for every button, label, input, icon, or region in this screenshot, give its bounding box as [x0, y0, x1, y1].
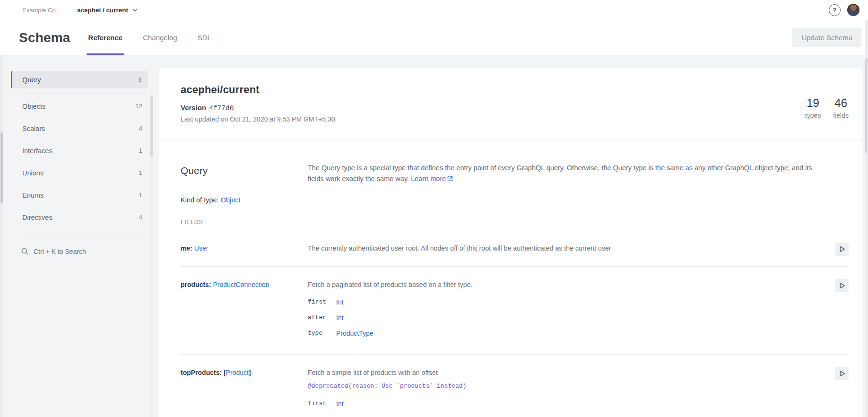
sidebar-search[interactable]: Ctrl + K to Search: [3, 242, 150, 261]
sidebar-item-count: 1: [139, 191, 142, 199]
field-name: topProducts:: [181, 369, 224, 376]
field-details: Fetch a simple list of products with an …: [308, 368, 849, 411]
graph-selector-dropdown[interactable]: acephei / current: [77, 7, 138, 14]
run-in-explorer-button[interactable]: [835, 243, 849, 256]
chevron-down-icon: [132, 9, 138, 12]
sidebar-item-label: Objects: [22, 103, 45, 110]
sidebar-scrollbar-thumb[interactable]: [150, 96, 153, 157]
schema-stats: 19 types 46 fields: [805, 97, 849, 119]
type-description: The Query type is a special type that de…: [308, 163, 828, 184]
run-in-explorer-button[interactable]: [835, 367, 849, 380]
type-description-text: The Query type is a special type that de…: [308, 164, 812, 182]
sidebar-item-query[interactable]: Query 3: [11, 71, 148, 88]
field-type-link[interactable]: ProductConnection: [213, 281, 269, 288]
sidebar-item-interfaces[interactable]: Interfaces 1: [3, 139, 150, 162]
field-type-link[interactable]: User: [194, 244, 208, 252]
top-bar: Example Co.: acephei / current ?: [0, 0, 868, 20]
sidebar-item-label: Scalars: [22, 125, 45, 132]
sidebar-divider: [22, 236, 146, 236]
last-updated: Last updated on Oct 21, 2020 at 9:53 PM …: [181, 115, 849, 123]
type-section: Query The Query type is a special type t…: [159, 139, 862, 417]
fields-section-label: FIELDS: [181, 219, 849, 226]
field-description: Fetch a simple list of products with an …: [308, 368, 804, 377]
play-icon: [839, 246, 845, 252]
sidebar-item-label: Enums: [22, 191, 43, 199]
tab-sdl[interactable]: SDL: [196, 20, 213, 55]
argument-row-first: first Int: [308, 396, 816, 411]
sidebar-item-count: 1: [139, 147, 142, 154]
kind-of-type: Kind of type: Object: [181, 196, 849, 204]
avatar[interactable]: [847, 4, 859, 16]
right-scrollbar-track[interactable]: [865, 20, 868, 417]
org-label: Example Co.:: [22, 7, 59, 14]
sidebar-item-objects[interactable]: Objects 12: [3, 95, 150, 117]
field-details: Fetch a paginated list of products based…: [308, 280, 849, 341]
sidebar-scrollbar-track[interactable]: [150, 90, 153, 417]
graph-selector-label: acephei / current: [77, 7, 128, 14]
stat-fields: 46 fields: [833, 97, 849, 119]
field-args: first Int: [308, 396, 816, 411]
learn-more-link[interactable]: Learn more: [411, 175, 446, 182]
search-hint: Ctrl + K to Search: [34, 248, 86, 255]
stat-types: 19 types: [805, 97, 821, 119]
field-deprecated-directive: @deprecated(reason: Use `products` inste…: [308, 382, 816, 391]
help-icon[interactable]: ?: [829, 4, 841, 16]
kind-value-link[interactable]: Object: [221, 196, 241, 204]
version-hash: 4f77d0: [209, 104, 234, 112]
external-link-icon: [447, 176, 453, 182]
field-row-topproducts: topProducts: [Product] Fetch a simple li…: [181, 355, 849, 417]
field-signature: products: ProductConnection: [181, 280, 308, 341]
version-line: Version4f77d0: [181, 104, 849, 112]
run-in-explorer-button[interactable]: [835, 279, 849, 292]
stat-value: 19: [805, 97, 821, 109]
stat-value: 46: [833, 97, 849, 109]
sidebar-item-enums[interactable]: Enums 1: [3, 184, 150, 206]
argument-type-link[interactable]: Int: [336, 314, 344, 321]
field-args: first Int after Int type ProductType: [308, 294, 816, 341]
search-icon: [21, 248, 29, 255]
field-description: The currently authenticated user root. A…: [308, 243, 804, 253]
field-type-link[interactable]: Product: [226, 369, 249, 376]
sidebar-item-directives[interactable]: Directives 4: [3, 206, 150, 228]
left-scrollbar-track[interactable]: [0, 55, 3, 417]
field-signature: topProducts: [Product]: [181, 368, 308, 411]
sidebar-item-label: Directives: [22, 214, 52, 221]
field-description: Fetch a paginated list of products based…: [308, 280, 804, 289]
argument-type-link[interactable]: Int: [336, 298, 344, 306]
tab-bar: ReferenceChangelogSDL: [87, 20, 230, 55]
sidebar-item-count: 4: [139, 214, 142, 221]
argument-name: first: [308, 298, 336, 305]
argument-type-link[interactable]: ProductType: [336, 330, 373, 337]
left-scrollbar-thumb[interactable]: [0, 132, 3, 203]
argument-row-first: first Int: [308, 294, 816, 310]
update-schema-button[interactable]: Update Schema: [792, 28, 861, 47]
page-header: Schema ReferenceChangelogSDL Update Sche…: [0, 20, 868, 55]
sidebar-item-count: 12: [135, 103, 142, 110]
page-title: Schema: [19, 30, 70, 45]
stat-label: types: [805, 112, 821, 119]
tab-reference[interactable]: Reference: [87, 20, 125, 55]
tab-changelog[interactable]: Changelog: [141, 20, 179, 55]
sidebar-divider: [22, 94, 146, 94]
argument-name: after: [308, 314, 336, 321]
sidebar-item-label: Query: [22, 76, 41, 84]
sidebar-item-scalars[interactable]: Scalars 4: [3, 117, 150, 139]
argument-type-link[interactable]: Int: [336, 400, 344, 408]
field-name: products:: [181, 281, 213, 288]
field-row-me: me: User The currently authenticated use…: [181, 230, 849, 267]
fields-list: me: User The currently authenticated use…: [181, 230, 849, 417]
sidebar-item-count: 4: [139, 125, 142, 132]
field-signature: me: User: [181, 243, 308, 253]
sidebar-item-unions[interactable]: Unions 1: [3, 162, 150, 184]
field-type-suffix: ]: [249, 369, 251, 376]
sidebar-item-label: Interfaces: [22, 147, 52, 155]
right-scrollbar-thumb[interactable]: [865, 58, 868, 153]
sidebar-item-label: Unions: [22, 169, 43, 177]
kind-label: Kind of type:: [181, 196, 219, 204]
argument-row-after: after Int: [308, 310, 816, 325]
type-name: Query: [181, 165, 308, 176]
sidebar-item-count: 1: [139, 169, 142, 176]
schema-reference-card: acephei/current Version4f77d0 Last updat…: [159, 68, 862, 417]
schema-type-sidebar: Query 3 Objects 12 Scalars 4 Interfaces …: [3, 55, 150, 417]
argument-name: first: [308, 400, 336, 407]
